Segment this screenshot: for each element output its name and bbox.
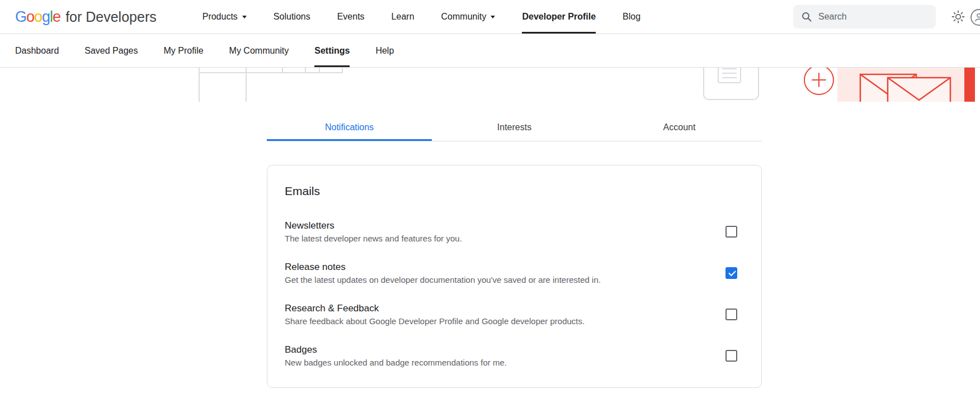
chevron-down-icon — [242, 16, 247, 18]
logo-letter: G — [15, 8, 26, 25]
nav-label: Products — [202, 12, 238, 22]
logo-letter: o — [34, 8, 42, 25]
nav-learn[interactable]: Learn — [378, 0, 428, 34]
pref-text: Badges New badges unlocked and badge rec… — [285, 344, 507, 367]
nav-label: Community — [441, 12, 487, 22]
header-actions — [793, 0, 965, 34]
subnav-dashboard[interactable]: Dashboard — [15, 34, 72, 67]
pref-title: Newsletters — [285, 220, 462, 231]
nav-label: Developer Profile — [522, 12, 596, 22]
email-pref-row: Release notes Get the latest updates on … — [285, 262, 744, 285]
search-input[interactable] — [818, 12, 928, 22]
checkbox-release-notes[interactable] — [725, 267, 737, 279]
subnav-label: My Community — [229, 46, 289, 56]
tab-account[interactable]: Account — [597, 114, 762, 141]
nav-label: Events — [337, 12, 365, 22]
subnav-my-community[interactable]: My Community — [216, 34, 302, 67]
pref-description: New badges unlocked and badge recommenda… — [285, 358, 507, 367]
grid-cell — [305, 68, 320, 73]
email-pref-row: Research & Feedback Share feedback about… — [285, 303, 744, 326]
tab-notifications[interactable]: Notifications — [267, 114, 432, 141]
subnav-label: Dashboard — [15, 46, 59, 56]
logo-letter: g — [42, 8, 50, 25]
pref-title: Research & Feedback — [285, 303, 585, 314]
avatar[interactable] — [970, 9, 980, 26]
tab-label: Interests — [497, 122, 531, 132]
brand-suffix: for Developers — [65, 9, 157, 25]
checkbox-newsletters[interactable] — [725, 226, 737, 238]
emails-card: Emails Newsletters The latest developer … — [267, 165, 762, 388]
email-pref-row: Badges New badges unlocked and badge rec… — [285, 344, 744, 367]
email-pref-row: Newsletters The latest developer news an… — [285, 220, 744, 243]
person-icon — [973, 11, 980, 23]
subnav-label: My Profile — [163, 46, 203, 56]
list-icon — [718, 68, 741, 83]
decorative-banner — [0, 68, 980, 102]
nav-solutions[interactable]: Solutions — [260, 0, 324, 34]
tab-label: Account — [663, 122, 696, 132]
nav-community[interactable]: Community — [428, 0, 509, 34]
settings-tabs: Notifications Interests Account — [267, 114, 762, 141]
subnav-label: Saved Pages — [84, 46, 138, 56]
pref-description: The latest developer news and features f… — [285, 234, 462, 243]
global-header: Google for Developers Products Solutions… — [0, 0, 980, 34]
subnav-my-profile[interactable]: My Profile — [150, 34, 216, 67]
card-title: Emails — [285, 184, 744, 198]
main-nav: Products Solutions Events Learn Communit… — [189, 0, 654, 34]
checkbox-badges[interactable] — [725, 350, 737, 362]
settings-content: Notifications Interests Account Emails N… — [0, 114, 980, 388]
grid-cell — [246, 68, 283, 73]
nav-label: Learn — [392, 12, 414, 22]
pref-description: Get the latest updates on developer docu… — [285, 275, 601, 285]
logo-letter: e — [53, 8, 60, 25]
pref-text: Research & Feedback Share feedback about… — [285, 303, 585, 326]
subnav-saved-pages[interactable]: Saved Pages — [72, 34, 150, 67]
nav-blog[interactable]: Blog — [609, 0, 654, 34]
tab-interests[interactable]: Interests — [432, 114, 597, 141]
envelopes-decoration — [837, 68, 965, 102]
plus-circle-decoration — [803, 68, 835, 98]
google-logo: Google — [15, 8, 60, 26]
theme-toggle-icon[interactable] — [951, 10, 965, 23]
nav-label: Blog — [623, 12, 640, 22]
pref-text: Newsletters The latest developer news an… — [285, 220, 462, 243]
note-decoration — [703, 68, 759, 100]
subnav-label: Settings — [314, 46, 350, 56]
tab-label: Notifications — [325, 122, 374, 132]
nav-label: Solutions — [274, 12, 310, 22]
grid-cell — [319, 68, 343, 73]
nav-events[interactable]: Events — [324, 0, 378, 34]
pref-text: Release notes Get the latest updates on … — [285, 262, 601, 285]
profile-subnav: Dashboard Saved Pages My Profile My Comm… — [0, 34, 980, 68]
pref-title: Release notes — [285, 262, 601, 273]
pref-description: Share feedback about Google Developer Pr… — [285, 316, 585, 326]
nav-products[interactable]: Products — [189, 0, 260, 34]
grid-cell — [199, 72, 247, 102]
checkbox-research-feedback[interactable] — [725, 309, 737, 320]
subnav-help[interactable]: Help — [362, 34, 407, 67]
chevron-down-icon — [491, 16, 495, 18]
nav-developer-profile[interactable]: Developer Profile — [508, 0, 609, 34]
subnav-label: Help — [375, 46, 394, 56]
subnav-settings[interactable]: Settings — [301, 34, 362, 67]
search-icon — [801, 11, 812, 22]
brand-logo[interactable]: Google for Developers — [15, 0, 157, 34]
pref-title: Badges — [285, 344, 507, 355]
logo-letter: o — [26, 8, 34, 25]
grid-cell — [282, 68, 306, 73]
search-box[interactable] — [793, 5, 936, 29]
red-strip-decoration — [964, 68, 975, 102]
